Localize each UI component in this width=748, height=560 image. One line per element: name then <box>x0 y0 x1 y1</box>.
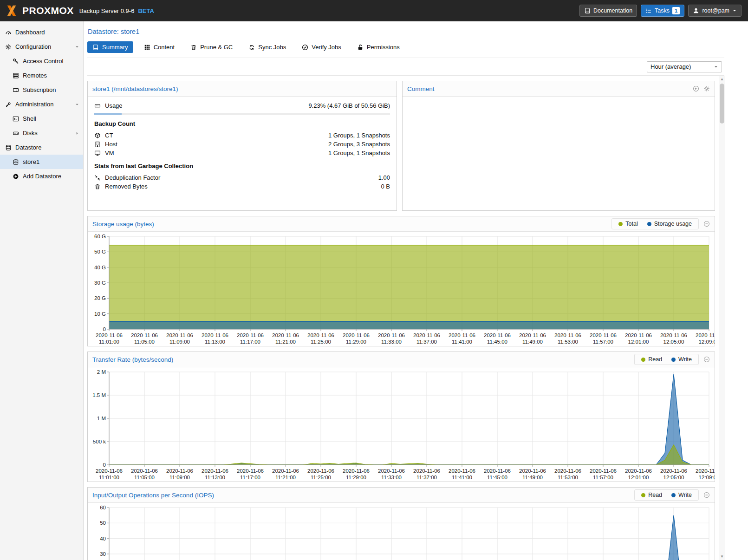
sidebar-item-disks[interactable]: Disks <box>0 126 83 140</box>
scroll-area: store1 (/mnt/datastores/store1) Usage 9.… <box>87 76 724 560</box>
svg-text:2 M: 2 M <box>97 369 106 375</box>
sidebar-item-shell[interactable]: Shell <box>0 111 83 126</box>
svg-text:2020-11-06: 2020-11-06 <box>519 468 546 474</box>
hdd-icon <box>13 130 19 137</box>
sidebar-item-add-datastore[interactable]: Add Datastore <box>0 169 83 183</box>
page-title: Datastore: store1 <box>88 28 724 35</box>
documentation-button[interactable]: Documentation <box>579 5 637 17</box>
chart-body: 01020304050602020-11-0611:01:002020-11-0… <box>88 503 715 560</box>
grid-icon <box>144 44 150 51</box>
svg-text:11:41:00: 11:41:00 <box>452 339 472 345</box>
reload-icon[interactable] <box>693 85 699 92</box>
comment-body[interactable] <box>403 97 715 106</box>
sidebar-item-remotes[interactable]: Remotes <box>0 68 83 83</box>
app-header: PROXMOX Backup Server 0.9-6 BETA Documen… <box>0 0 748 21</box>
svg-text:2020-11-06: 2020-11-06 <box>307 332 334 338</box>
svg-text:11:01:00: 11:01:00 <box>99 339 119 345</box>
backup-count-row: Host2 Groups, 3 Snapshots <box>94 140 390 149</box>
timeframe-value: Hour (average) <box>650 63 691 70</box>
svg-text:2020-11-06: 2020-11-06 <box>625 332 652 338</box>
checkcircle-icon <box>302 44 308 51</box>
db-icon <box>13 159 19 165</box>
tab-summary[interactable]: Summary <box>87 41 133 53</box>
legend-storage-usage[interactable]: Storage usage <box>643 220 696 228</box>
comment-panel-tools <box>693 85 710 92</box>
chart-svg: 01020304050602020-11-0611:01:002020-11-0… <box>88 503 715 560</box>
legend-read[interactable]: Read <box>637 491 667 499</box>
tab-prune-gc[interactable]: Prune & GC <box>185 41 238 53</box>
ticket-icon <box>13 87 19 93</box>
chart-legend: TotalStorage usage <box>611 218 699 229</box>
tab-verify-jobs[interactable]: Verify Jobs <box>297 41 346 53</box>
content-inner: Datastore: store1 SummaryContentPrune & … <box>84 21 724 560</box>
beta-link[interactable]: BETA <box>138 7 154 14</box>
chevron-right-icon[interactable] <box>75 131 79 136</box>
legend-total[interactable]: Total <box>614 220 642 228</box>
sidebar-item-access-control[interactable]: Access Control <box>0 54 83 68</box>
tab-content[interactable]: Content <box>139 41 180 53</box>
tab-permissions[interactable]: Permissions <box>352 41 405 53</box>
scroll-up-arrow[interactable]: ▲ <box>719 76 725 83</box>
svg-text:11:53:00: 11:53:00 <box>558 339 578 345</box>
legend-label: Read <box>648 356 662 363</box>
vertical-scrollbar[interactable]: ▲ ▼ <box>719 76 725 560</box>
backup-count-title: Backup Count <box>94 120 390 127</box>
sidebar-item-dashboard[interactable]: Dashboard <box>0 25 83 39</box>
svg-text:20 G: 20 G <box>94 295 106 301</box>
sidebar-item-store1[interactable]: store1 <box>0 155 83 169</box>
sidebar-item-subscription[interactable]: Subscription <box>0 83 83 97</box>
sidebar-item-datastore[interactable]: Datastore <box>0 140 83 155</box>
scrollbar-thumb[interactable] <box>720 84 724 124</box>
tab-label: Prune & GC <box>200 44 233 51</box>
key-icon <box>13 58 19 65</box>
comment-panel: Comment <box>402 81 715 211</box>
chart-title: Transfer Rate (bytes/second) <box>92 356 173 363</box>
user-menu-button[interactable]: root@pam <box>688 5 741 17</box>
svg-text:50 G: 50 G <box>94 249 106 254</box>
svg-text:11:13:00: 11:13:00 <box>205 339 225 345</box>
svg-text:2020-11-06: 2020-11-06 <box>202 468 228 474</box>
sidebar-item-label: Subscription <box>23 86 56 93</box>
legend-write[interactable]: Write <box>667 491 696 499</box>
chart-panel-transfer-rate-bytes-second: Transfer Rate (bytes/second)ReadWrite050… <box>87 352 715 482</box>
collapse-icon[interactable] <box>703 356 710 363</box>
gear-icon[interactable] <box>703 85 710 92</box>
svg-text:2020-11-06: 2020-11-06 <box>307 468 334 474</box>
svg-text:10 G: 10 G <box>94 311 106 317</box>
chevron-down-icon[interactable] <box>75 102 79 107</box>
legend-read[interactable]: Read <box>637 355 667 364</box>
svg-text:2020-11-06: 2020-11-06 <box>660 468 687 474</box>
collapse-icon[interactable] <box>703 492 710 498</box>
timeframe-select[interactable]: Hour (average) <box>647 61 722 72</box>
trash-icon <box>190 44 197 51</box>
brand-name: PROXMOX <box>22 5 74 16</box>
svg-text:2020-11-06: 2020-11-06 <box>166 332 193 338</box>
scroll-down-arrow[interactable]: ▼ <box>719 553 725 560</box>
backup-count-row-value: 1 Groups, 1 Snapshots <box>328 150 390 156</box>
svg-text:11:09:00: 11:09:00 <box>169 475 190 480</box>
chevron-down-icon <box>732 8 737 13</box>
chart-legend: ReadWrite <box>634 489 699 501</box>
gc-stat-row-value: 1.00 <box>378 174 390 181</box>
legend-label: Storage usage <box>654 221 692 227</box>
user-icon <box>693 7 699 14</box>
chevron-down-icon[interactable] <box>75 45 79 49</box>
legend-write[interactable]: Write <box>667 355 696 364</box>
tab-label: Content <box>154 44 175 51</box>
svg-text:12:05:00: 12:05:00 <box>663 339 684 345</box>
sidebar-item-configuration[interactable]: Configuration <box>0 39 83 54</box>
svg-text:2020-11-06: 2020-11-06 <box>449 332 475 338</box>
legend-dot <box>647 222 651 226</box>
sidebar-item-administration[interactable]: Administration <box>0 97 83 111</box>
backup-count-row: VM1 Groups, 1 Snapshots <box>94 149 390 157</box>
book-icon <box>92 44 99 51</box>
sidebar-item-label: Disks <box>23 130 38 137</box>
backup-count-row-label: CT <box>105 132 113 139</box>
collapse-icon[interactable] <box>703 221 710 227</box>
gc-stat-row: Deduplication Factor1.00 <box>94 173 390 182</box>
tab-sync-jobs[interactable]: Sync Jobs <box>243 41 291 53</box>
svg-text:2020-11-06: 2020-11-06 <box>237 332 264 338</box>
chart-header: Input/Output Operations per Second (IOPS… <box>88 488 715 503</box>
tasks-button[interactable]: Tasks 1 <box>641 5 684 17</box>
svg-text:1.5 M: 1.5 M <box>92 392 106 398</box>
